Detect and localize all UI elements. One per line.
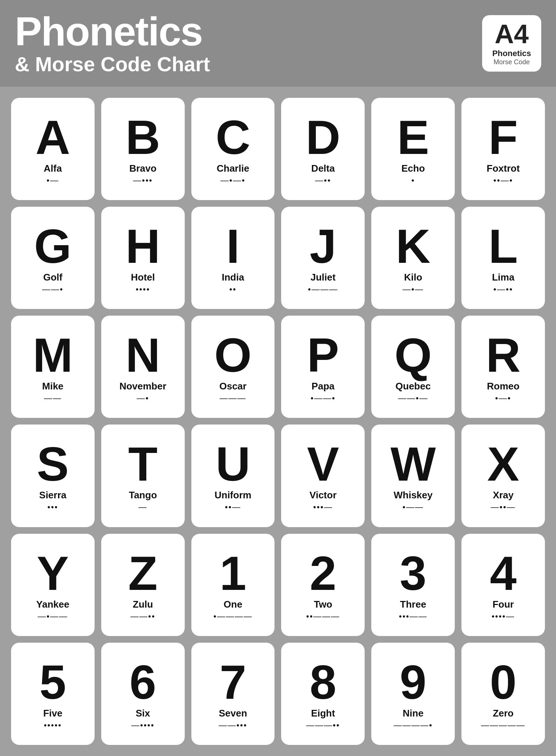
card-name: Hotel xyxy=(131,272,155,283)
card-letter: 8 xyxy=(310,658,336,706)
card-7: 7Seven——••• xyxy=(191,643,275,745)
card-name: Golf xyxy=(43,272,62,283)
card-morse: •—— xyxy=(402,502,424,512)
card-morse: ••••• xyxy=(44,721,62,730)
card-letter: X xyxy=(487,440,519,488)
card-morse: ————— xyxy=(481,721,525,730)
card-h: HHotel•••• xyxy=(101,207,185,309)
card-m: MMike—— xyxy=(11,316,95,418)
card-k: KKilo—•— xyxy=(371,207,455,309)
card-i: IIndia•• xyxy=(191,207,275,309)
card-o: OOscar——— xyxy=(191,316,275,418)
card-5: 5Five••••• xyxy=(11,643,95,745)
card-name: Bravo xyxy=(129,163,157,174)
card-3: 3Three•••—— xyxy=(371,534,455,636)
card-morse: ••—• xyxy=(494,176,513,185)
card-morse: —•—• xyxy=(221,176,245,185)
card-letter: Z xyxy=(128,549,157,597)
header-badge: A4 Phonetics Morse Code xyxy=(482,15,541,72)
card-letter: F xyxy=(488,113,518,161)
card-b: BBravo—••• xyxy=(101,98,185,200)
card-letter: H xyxy=(126,222,160,270)
card-6: 6Six—•••• xyxy=(101,643,185,745)
card-9: 9Nine————• xyxy=(371,643,455,745)
card-name: Mike xyxy=(42,381,64,392)
card-morse: —•— xyxy=(402,285,424,294)
card-letter: 6 xyxy=(130,658,156,706)
card-morse: ——— xyxy=(220,394,246,403)
card-s: SSierra••• xyxy=(11,425,95,527)
card-name: Yankee xyxy=(36,599,69,610)
card-letter: M xyxy=(33,331,73,379)
card-morse: •— xyxy=(47,176,59,185)
card-name: Echo xyxy=(401,163,425,174)
card-name: Six xyxy=(136,708,150,719)
card-morse: •••• xyxy=(136,285,150,294)
card-letter: Y xyxy=(37,549,69,597)
card-letter: A xyxy=(35,113,70,161)
card-morse: •—•• xyxy=(494,285,513,294)
card-morse: ————• xyxy=(393,721,433,730)
card-morse: —•••• xyxy=(131,721,154,730)
card-a: AAlfa•— xyxy=(11,98,95,200)
card-letter: 9 xyxy=(400,658,426,706)
card-morse: ••——— xyxy=(306,612,340,621)
card-name: Three xyxy=(400,599,426,610)
card-name: Eight xyxy=(311,708,335,719)
card-letter: 4 xyxy=(490,549,516,597)
badge-morse: Morse Code xyxy=(494,58,530,66)
card-morse: •——— xyxy=(308,285,338,294)
card-letter: I xyxy=(226,222,240,270)
card-name: Papa xyxy=(311,381,334,392)
card-morse: ——••• xyxy=(219,721,247,730)
badge-phonetics: Phonetics xyxy=(492,49,531,58)
card-u: UUniform••— xyxy=(191,425,275,527)
card-letter: J xyxy=(310,222,336,270)
card-name: Lima xyxy=(492,272,515,283)
card-y: YYankee—•—— xyxy=(11,534,95,636)
card-name: Romeo xyxy=(487,381,519,392)
card-8: 8Eight———•• xyxy=(281,643,365,745)
card-morse: ———•• xyxy=(306,721,340,730)
card-name: Whiskey xyxy=(393,489,433,501)
card-name: Oscar xyxy=(219,381,247,392)
card-morse: •••—— xyxy=(399,612,427,621)
card-letter: T xyxy=(128,440,157,488)
card-letter: W xyxy=(390,440,436,488)
card-f: FFoxtrot••—• xyxy=(461,98,545,200)
card-p: PPapa•——• xyxy=(281,316,365,418)
card-v: VVictor•••— xyxy=(281,425,365,527)
card-1: 1One•———— xyxy=(191,534,275,636)
card-d: DDelta—•• xyxy=(281,98,365,200)
page-title: Phonetics xyxy=(15,11,210,52)
card-name: November xyxy=(119,381,166,392)
card-morse: •———— xyxy=(214,612,253,621)
card-morse: — xyxy=(139,502,147,512)
header-left: Phonetics & Morse Code Chart xyxy=(15,11,210,76)
phonetics-grid: AAlfa•—BBravo—•••CCharlie—•—•DDelta—••EE… xyxy=(0,87,556,756)
card-letter: 7 xyxy=(219,658,246,706)
card-morse: • xyxy=(411,176,415,185)
card-c: CCharlie—•—• xyxy=(191,98,275,200)
card-letter: Q xyxy=(395,331,432,379)
card-morse: —•• xyxy=(315,176,331,185)
header: Phonetics & Morse Code Chart A4 Phonetic… xyxy=(0,0,556,87)
card-morse: •••— xyxy=(313,502,333,512)
card-e: EEcho• xyxy=(371,98,455,200)
card-j: JJuliet•——— xyxy=(281,207,365,309)
card-morse: —— xyxy=(44,394,62,403)
card-name: Uniform xyxy=(215,489,252,501)
card-x: XXray—••— xyxy=(461,425,545,527)
card-name: Alfa xyxy=(44,163,62,174)
card-l: LLima•—•• xyxy=(461,207,545,309)
card-name: Charlie xyxy=(216,163,249,174)
card-morse: —• xyxy=(137,394,149,403)
card-name: Kilo xyxy=(404,272,422,283)
page-subtitle: & Morse Code Chart xyxy=(15,53,210,76)
card-letter: S xyxy=(37,440,69,488)
card-letter: U xyxy=(216,440,250,488)
card-q: QQuebec——•— xyxy=(371,316,455,418)
card-name: Four xyxy=(492,599,514,610)
card-letter: K xyxy=(396,222,430,270)
card-letter: P xyxy=(307,331,339,379)
